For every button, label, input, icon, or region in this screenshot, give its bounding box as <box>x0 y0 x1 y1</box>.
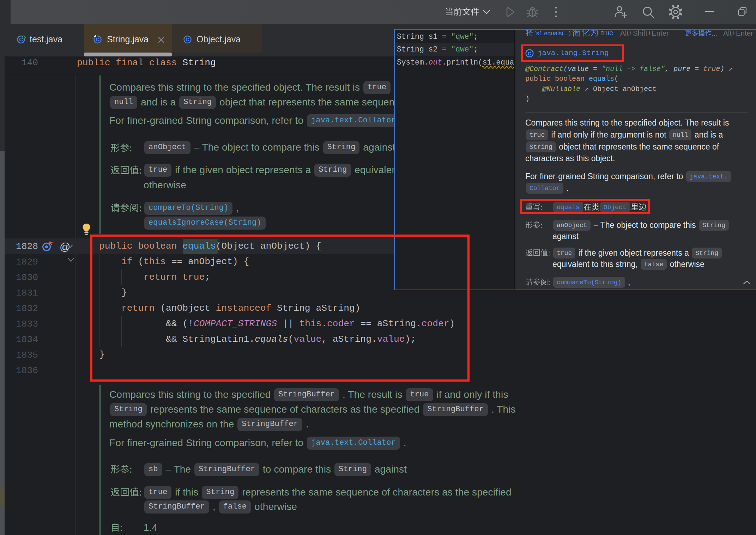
svg-text:C: C <box>186 37 189 42</box>
svg-text:C: C <box>96 37 99 42</box>
